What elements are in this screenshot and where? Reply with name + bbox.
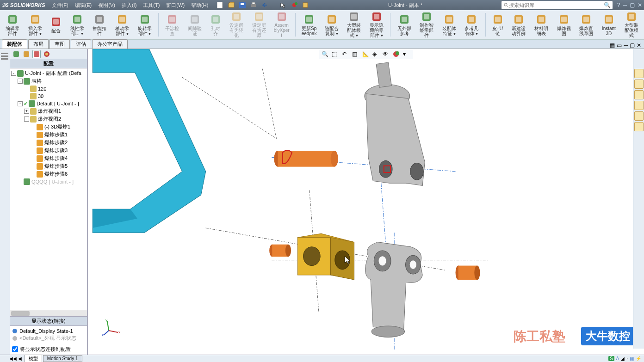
status-icon-2[interactable]: A xyxy=(616,356,619,361)
tree-item[interactable]: 爆炸步骤4 xyxy=(11,154,86,162)
search-box[interactable]: 🔍 xyxy=(502,1,613,9)
ribbon-smart-fastener[interactable]: 智能扣件 xyxy=(90,11,110,38)
tab-layout[interactable]: 布局 xyxy=(28,39,49,49)
ribbon-new-motion[interactable]: 随配合复制 ▾ xyxy=(322,11,341,38)
link-display-checkbox[interactable] xyxy=(12,346,18,352)
viewport-single-icon[interactable]: ▭ xyxy=(617,42,622,49)
new-icon[interactable] xyxy=(217,1,224,9)
expand-icon[interactable]: - xyxy=(24,117,29,122)
ribbon-perf-eval[interactable]: 更新Speedpak xyxy=(299,11,319,38)
minimize-icon[interactable]: ─ xyxy=(623,2,627,8)
ribbon-move-comp[interactable]: 移动零部件 ▾ xyxy=(112,11,132,38)
viewport-max-icon[interactable]: ▢ xyxy=(630,42,635,49)
tree-item[interactable]: 爆炸步骤3 xyxy=(11,147,86,154)
task-file-explorer-icon[interactable] xyxy=(634,90,644,99)
open-icon[interactable] xyxy=(228,1,235,9)
menu-view[interactable]: 视图(V) xyxy=(95,1,118,10)
ribbon-mate[interactable]: 配合 xyxy=(48,11,64,38)
tab-property-icon[interactable] xyxy=(22,50,31,58)
tree-item[interactable]: +爆炸视图1 xyxy=(11,107,86,115)
part-pin-small-left[interactable] xyxy=(269,245,291,257)
options-icon[interactable] xyxy=(302,1,309,9)
search-go-icon[interactable]: 🔍 xyxy=(604,2,611,8)
tab-motion-study[interactable]: Motion Study 1 xyxy=(43,355,82,362)
part-pin-upper[interactable] xyxy=(274,150,338,167)
ribbon-large-assy[interactable]: 材料明细表 xyxy=(532,11,551,38)
maximize-icon[interactable]: ▢ xyxy=(630,2,635,8)
viewport-min-icon[interactable]: ─ xyxy=(624,42,628,49)
3d-viewport[interactable]: 🔍 ⬚ ↶ ▥ 📐 ◈ 👁 ▾ xyxy=(88,49,644,355)
tree-item[interactable]: -爆炸视图2 xyxy=(11,115,86,123)
tab-config-icon[interactable] xyxy=(32,50,41,58)
ribbon-large-assy[interactable]: 爆炸视图 xyxy=(554,11,574,38)
menu-window[interactable]: 窗口(W) xyxy=(163,1,187,10)
select-icon[interactable] xyxy=(279,1,287,9)
part-spider[interactable] xyxy=(297,233,354,280)
part-upper-yoke[interactable] xyxy=(365,62,425,185)
tree-item[interactable]: (-) 3D爆炸1 xyxy=(11,123,86,131)
menu-insert[interactable]: 插入(I) xyxy=(119,1,139,10)
ribbon-large-assy[interactable]: 参考几何体 ▾ xyxy=(462,11,482,38)
tab-evaluate[interactable]: 评估 xyxy=(71,39,91,49)
ribbon-linear-pattern[interactable]: 线性零部... ▾ xyxy=(67,11,87,38)
status-icon-5[interactable]: ▦ xyxy=(630,356,634,361)
ribbon-large-assy[interactable]: Instant3D xyxy=(599,11,619,38)
part-pin-small-right[interactable] xyxy=(456,266,480,280)
tree-item[interactable]: -表格 xyxy=(11,77,86,85)
tree-item[interactable]: 30 xyxy=(11,92,86,100)
ribbon-instant3d[interactable]: 制作智能零部件 xyxy=(417,11,437,38)
display-state-item[interactable]: Default_Display State-1 xyxy=(12,328,85,334)
task-appearance-icon[interactable] xyxy=(634,111,644,121)
menu-tools[interactable]: 工具(T) xyxy=(140,1,162,10)
tree-item[interactable]: -✔Default [ U-Joint - ] xyxy=(11,100,86,107)
menu-help[interactable]: 帮助(H) xyxy=(188,1,211,10)
task-custom-props-icon[interactable] xyxy=(634,122,644,131)
ribbon-edit-part[interactable]: 编辑零部件 xyxy=(3,11,23,38)
expand-icon[interactable]: - xyxy=(18,101,23,106)
tab-assembly[interactable]: 装配体 xyxy=(2,39,27,49)
part-bracket[interactable] xyxy=(93,49,205,233)
ribbon-show-hidden[interactable]: 旋转零部件 ▾ xyxy=(135,11,155,38)
tree-item[interactable]: 120 xyxy=(11,85,86,92)
expand-icon[interactable]: - xyxy=(11,71,16,76)
tree-item[interactable]: 爆炸步骤6 xyxy=(11,170,86,178)
undo-icon[interactable] xyxy=(261,1,268,9)
ribbon-large-assy[interactable]: 爆炸直线草图 xyxy=(576,11,596,38)
task-resources-icon[interactable] xyxy=(634,69,644,78)
tab-nav-prev-icon[interactable]: ◀◀ ◀ xyxy=(9,356,22,361)
ribbon-instant3d[interactable]: 无外部参考 xyxy=(394,11,414,38)
tree-item[interactable]: 爆炸步骤1 xyxy=(11,131,86,139)
panel-scrollbar[interactable] xyxy=(10,310,87,316)
search-input[interactable] xyxy=(509,2,604,8)
tree-item[interactable]: 爆炸步骤5 xyxy=(11,162,86,170)
tree-root[interactable]: - U-Joint - 副本 配置 (Defa xyxy=(11,69,86,77)
configuration-tree[interactable]: - U-Joint - 副本 配置 (Defa -表格12030-✔Defaul… xyxy=(10,68,87,310)
ribbon-large-assy[interactable]: 新建运动算例 xyxy=(509,11,529,38)
expand-icon[interactable]: + xyxy=(24,109,29,114)
menu-file[interactable]: 文件(F) xyxy=(49,1,71,10)
expand-icon[interactable]: - xyxy=(18,79,23,84)
viewport-close-icon[interactable]: ✕ xyxy=(637,42,641,49)
tree-item[interactable]: QQQQ [ U-Joint - ] xyxy=(11,178,86,185)
print-icon[interactable] xyxy=(250,1,257,9)
ribbon-large-assy[interactable]: 大型装配体模式 xyxy=(621,11,641,38)
ribbon-exploded[interactable]: 显示隐藏的零部件 ▾ xyxy=(367,11,387,38)
save-icon[interactable] xyxy=(239,1,246,9)
ribbon-large-assy[interactable]: 装配体特征 ▾ xyxy=(439,11,459,38)
close-icon[interactable]: ✕ xyxy=(638,2,642,8)
tab-sketch[interactable]: 草图 xyxy=(50,39,70,49)
viewport-layout-icon[interactable]: ▦ xyxy=(610,42,615,49)
status-icon-1[interactable]: S xyxy=(608,356,614,361)
task-view-palette-icon[interactable] xyxy=(634,101,644,110)
ribbon-bom[interactable]: 大型装配体模式 ▾ xyxy=(344,11,364,38)
menu-edit[interactable]: 编辑(E) xyxy=(72,1,95,10)
tab-dimxpert-icon[interactable] xyxy=(43,50,51,58)
tab-model[interactable]: 模型 xyxy=(25,355,42,362)
help-icon[interactable]: ? xyxy=(617,2,620,8)
task-design-lib-icon[interactable] xyxy=(634,80,644,89)
display-state-item[interactable]: <Default>_外观 显示状态 xyxy=(12,334,85,342)
tab-office[interactable]: 办公室产品 xyxy=(92,39,128,49)
ribbon-large-assy[interactable]: 皮带/链 xyxy=(489,11,506,38)
status-icon-4[interactable]: · xyxy=(626,356,628,361)
status-icon-6[interactable]: ⚡ xyxy=(636,356,641,361)
